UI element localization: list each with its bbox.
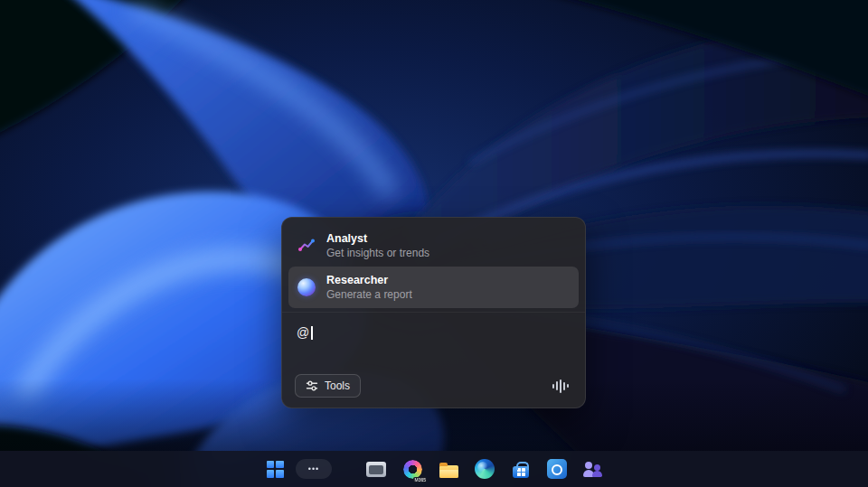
edge-browser-icon (475, 459, 495, 479)
copilot-popup: Analyst Get insights or trends Researche… (281, 217, 586, 408)
microsoft-store-icon (513, 466, 529, 478)
composer-toolbar: Tools (295, 374, 574, 398)
tools-label: Tools (325, 379, 350, 392)
app-window-icon (366, 462, 386, 477)
tools-sliders-icon (306, 379, 318, 392)
researcher-sphere-icon (297, 278, 316, 296)
composer: @ Tools (282, 312, 585, 407)
text-caret (311, 326, 313, 340)
menu-item-subtitle: Generate a report (326, 288, 412, 302)
taskbar-store[interactable] (505, 454, 536, 484)
desktop: Analyst Get insights or trends Researche… (0, 0, 868, 487)
taskbar-edge[interactable] (469, 454, 500, 484)
people-icon (583, 459, 603, 479)
menu-item-researcher[interactable]: Researcher Generate a report (288, 267, 579, 308)
ellipsis-icon: ••• (308, 464, 319, 473)
file-explorer-icon (439, 465, 458, 478)
taskbar-spacer (337, 469, 355, 470)
taskbar-outlook[interactable] (542, 454, 572, 484)
prompt-text: @ (297, 325, 309, 340)
store-window-panes (517, 468, 525, 476)
menu-item-texts: Researcher Generate a report (326, 273, 412, 302)
voice-input-button[interactable] (547, 374, 574, 398)
menu-item-analyst[interactable]: Analyst Get insights or trends (288, 225, 579, 267)
overflow-button[interactable]: ••• (296, 459, 332, 479)
prompt-input[interactable]: @ (297, 323, 571, 342)
voice-waveform-icon (552, 379, 569, 393)
menu-item-title: Analyst (326, 231, 429, 246)
tools-button[interactable]: Tools (295, 374, 361, 398)
taskbar: ••• M365 (0, 451, 868, 487)
outlook-icon (547, 459, 567, 479)
menu-item-title: Researcher (326, 273, 412, 287)
taskbar-file-explorer[interactable] (433, 454, 464, 484)
windows-logo-icon (267, 461, 284, 478)
analyst-chart-icon (297, 237, 316, 255)
start-button[interactable] (259, 454, 290, 484)
taskbar-m365-copilot[interactable]: M365 (397, 454, 428, 484)
menu-item-texts: Analyst Get insights or trends (326, 231, 429, 260)
m365-copilot-icon (403, 460, 422, 479)
menu-item-subtitle: Get insights or trends (326, 247, 429, 260)
agent-menu: Analyst Get insights or trends Researche… (282, 218, 585, 312)
taskbar-people[interactable] (578, 454, 609, 484)
taskbar-app-window[interactable] (361, 454, 392, 484)
m365-badge: M365 (413, 477, 427, 482)
